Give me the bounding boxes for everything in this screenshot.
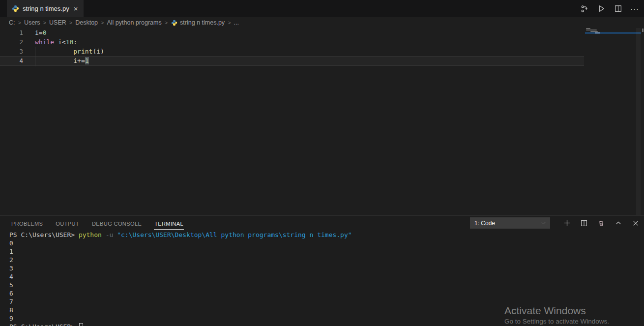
code-line: 1i=0 bbox=[0, 28, 584, 37]
tab-bar: string n times.py × bbox=[0, 0, 644, 17]
line-number: 2 bbox=[0, 37, 23, 47]
more-actions-icon[interactable]: ··· bbox=[630, 4, 639, 13]
tab-string-n-times[interactable]: string n times.py × bbox=[7, 0, 84, 17]
terminal-picker-dropdown[interactable]: 1: Code bbox=[470, 217, 550, 229]
terminal-command-line: PS C:\Users\USER> python -u "c:\Users\US… bbox=[0, 231, 644, 239]
open-changes-icon[interactable] bbox=[580, 4, 589, 13]
breadcrumb-item[interactable]: USER bbox=[49, 19, 66, 26]
terminal-output-line: 5 bbox=[0, 281, 644, 289]
breadcrumb-separator: > bbox=[228, 20, 231, 26]
panel-tab-problems[interactable]: PROBLEMS bbox=[11, 218, 43, 229]
editor-scrollbar[interactable] bbox=[636, 28, 641, 215]
indent-guide bbox=[35, 47, 35, 66]
panel-tab-debug-console[interactable]: DEBUG CONSOLE bbox=[91, 218, 142, 229]
code-line: 2while i<10: bbox=[0, 37, 584, 47]
breadcrumb-separator: > bbox=[69, 20, 72, 26]
panel-tab-terminal[interactable]: TERMINAL bbox=[154, 218, 184, 230]
code-text: i+=1 bbox=[35, 57, 89, 65]
panel-tab-output[interactable]: OUTPUT bbox=[55, 218, 80, 229]
line-number: 4 bbox=[0, 57, 23, 65]
close-panel-icon[interactable] bbox=[631, 219, 640, 228]
code-token: print bbox=[73, 48, 92, 55]
code-token: i+= bbox=[73, 57, 85, 64]
terminal-output-line: 2 bbox=[0, 256, 644, 264]
python-file-icon bbox=[12, 5, 19, 13]
code-line: 4 i+=1 bbox=[0, 56, 584, 66]
chevron-down-icon bbox=[541, 220, 546, 226]
terminal-output-line: 0 bbox=[0, 239, 644, 247]
line-number: 1 bbox=[0, 28, 23, 37]
breadcrumb-separator: > bbox=[165, 20, 168, 26]
terminal-output-line: 6 bbox=[0, 289, 644, 297]
breadcrumb-item[interactable]: Desktop bbox=[75, 19, 98, 26]
code-token: 1 bbox=[85, 57, 89, 64]
code-token: i< bbox=[54, 38, 65, 46]
watermark-subtitle: Go to Settings to activate Windows. bbox=[504, 318, 609, 325]
line-number: 3 bbox=[0, 47, 23, 56]
watermark-title: Activate Windows bbox=[504, 305, 609, 317]
code-token bbox=[35, 48, 73, 55]
new-terminal-icon[interactable] bbox=[562, 219, 571, 228]
vscode-window: string n times.py × bbox=[0, 0, 644, 326]
python-file-icon bbox=[171, 19, 177, 26]
terminal-flag: -u bbox=[102, 231, 117, 238]
terminal-argument: "c:\Users\USER\Desktop\All python progra… bbox=[117, 231, 351, 238]
breadcrumb-item[interactable]: C: bbox=[9, 19, 15, 26]
breadcrumb-item[interactable]: All python programs bbox=[107, 19, 162, 26]
code-text: i=0 bbox=[35, 28, 46, 37]
minimap-current-line bbox=[585, 32, 641, 34]
code-token: : bbox=[73, 38, 77, 46]
breadcrumb-separator: > bbox=[43, 20, 46, 26]
code-token: (i) bbox=[92, 48, 104, 55]
breadcrumb-separator: > bbox=[18, 20, 21, 26]
terminal-command: python bbox=[79, 231, 102, 238]
tab-close-icon[interactable]: × bbox=[73, 5, 79, 12]
code-token: 10 bbox=[66, 38, 74, 46]
overview-ruler-mark bbox=[642, 29, 644, 32]
run-file-icon[interactable] bbox=[597, 4, 606, 13]
code-token: i= bbox=[35, 29, 43, 36]
split-editor-icon[interactable] bbox=[614, 4, 622, 13]
code-token: while bbox=[35, 38, 54, 46]
tab-title: string n times.py bbox=[23, 5, 69, 12]
code-token: 0 bbox=[43, 29, 47, 36]
panel-header: PROBLEMSOUTPUTDEBUG CONSOLETERMINAL 1: C… bbox=[0, 216, 644, 231]
terminal-toolbar: 1: Code bbox=[470, 217, 640, 229]
terminal-cursor bbox=[79, 323, 83, 326]
terminal-picker-value: 1: Code bbox=[474, 220, 495, 227]
kill-terminal-icon[interactable] bbox=[597, 219, 606, 228]
breadcrumb: C:>Users>USER>Desktop>All python program… bbox=[0, 17, 644, 28]
activate-windows-watermark: Activate Windows Go to Settings to activ… bbox=[504, 305, 609, 325]
maximize-panel-icon[interactable] bbox=[614, 219, 623, 228]
code-editor[interactable]: 1i=02while i<10:3 print(i)4 i+=1 bbox=[0, 28, 644, 215]
breadcrumb-file[interactable]: string n times.py bbox=[180, 19, 225, 26]
terminal-output-line: 3 bbox=[0, 264, 644, 272]
code-text: print(i) bbox=[35, 47, 104, 56]
minimap[interactable] bbox=[585, 28, 642, 67]
terminal-output-line: 4 bbox=[0, 272, 644, 281]
terminal-output-line: 1 bbox=[0, 247, 644, 256]
code-line: 3 print(i) bbox=[0, 47, 584, 56]
code-token bbox=[35, 57, 73, 64]
breadcrumb-item[interactable]: Users bbox=[24, 19, 40, 26]
breadcrumb-trail[interactable]: ... bbox=[234, 19, 239, 26]
breadcrumb-separator: > bbox=[101, 20, 104, 26]
editor-toolbar: ··· bbox=[580, 0, 641, 17]
code-text: while i<10: bbox=[35, 37, 77, 47]
split-terminal-icon[interactable] bbox=[580, 219, 588, 228]
